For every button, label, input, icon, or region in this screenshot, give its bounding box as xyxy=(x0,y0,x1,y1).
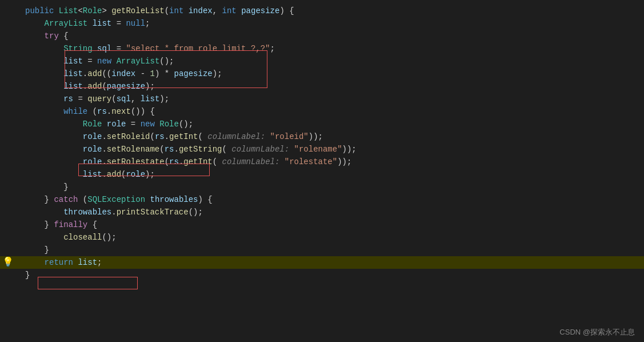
line-21: 💡 return list; xyxy=(0,256,644,269)
lc-21: return list; xyxy=(23,256,644,269)
lc-20: } xyxy=(23,244,644,256)
line-5: list = new ArrayList(); xyxy=(0,55,644,67)
line-13: role.setRolestate(rs.getInt( columnLabel… xyxy=(0,156,644,168)
line-15: } xyxy=(0,181,644,193)
line-2: ArrayList list = null; xyxy=(0,17,644,30)
lc-8: rs = query(sql, list); xyxy=(23,93,644,105)
line-16: } catch (SQLException throwables) { xyxy=(0,193,644,206)
line-10: Role role = new Role(); xyxy=(0,118,644,130)
lc-13: role.setRolestate(rs.getInt( columnLabel… xyxy=(23,156,644,168)
lc-14: list.add(role); xyxy=(23,168,644,181)
line-7: list.add(pagesize); xyxy=(0,80,644,93)
line-22: } xyxy=(0,269,644,281)
line-19: closeall(); xyxy=(0,231,644,244)
lc-5: list = new ArrayList(); xyxy=(23,55,644,67)
lc-12: role.setRolename(rs.getString( columnLab… xyxy=(23,143,644,156)
bulb-icon: 💡 xyxy=(2,256,14,269)
lc-22: } xyxy=(23,269,644,281)
line-1: public List<Role> getRoleList(int index,… xyxy=(0,5,644,17)
lc-2: ArrayList list = null; xyxy=(23,17,644,30)
lc-17: throwables.printStackTrace(); xyxy=(23,206,644,218)
line-17: throwables.printStackTrace(); xyxy=(0,206,644,218)
line-9: while (rs.next()) { xyxy=(0,105,644,118)
lc-11: role.setRoleid(rs.getInt( columnLabel: "… xyxy=(23,130,644,143)
lc-9: while (rs.next()) { xyxy=(23,105,644,118)
line-8: rs = query(sql, list); xyxy=(0,93,644,105)
lc-16: } catch (SQLException throwables) { xyxy=(23,193,644,206)
line-6: list.add((index - 1) * pagesize); xyxy=(0,67,644,80)
lc-1: public List<Role> getRoleList(int index,… xyxy=(23,5,644,17)
watermark: CSDN @探索永不止息 xyxy=(559,327,635,337)
line-20: } xyxy=(0,244,644,256)
lc-18: } finally { xyxy=(23,218,644,231)
line-14: list.add(role); xyxy=(0,168,644,181)
line-11: role.setRoleid(rs.getInt( columnLabel: "… xyxy=(0,130,644,143)
lc-19: closeall(); xyxy=(23,231,644,244)
code-container: public List<Role> getRoleList(int index,… xyxy=(0,0,644,342)
lc-6: list.add((index - 1) * pagesize); xyxy=(23,67,644,80)
lc-3: try { xyxy=(23,30,644,42)
line-12: role.setRolename(rs.getString( columnLab… xyxy=(0,143,644,156)
lc-4: String sql = "select * from role limit ?… xyxy=(23,42,644,55)
line-18: } finally { xyxy=(0,218,644,231)
line-3: try { xyxy=(0,30,644,42)
lc-10: Role role = new Role(); xyxy=(23,118,644,130)
lc-7: list.add(pagesize); xyxy=(23,80,644,93)
line-4: String sql = "select * from role limit ?… xyxy=(0,42,644,55)
lc-15: } xyxy=(23,181,644,193)
